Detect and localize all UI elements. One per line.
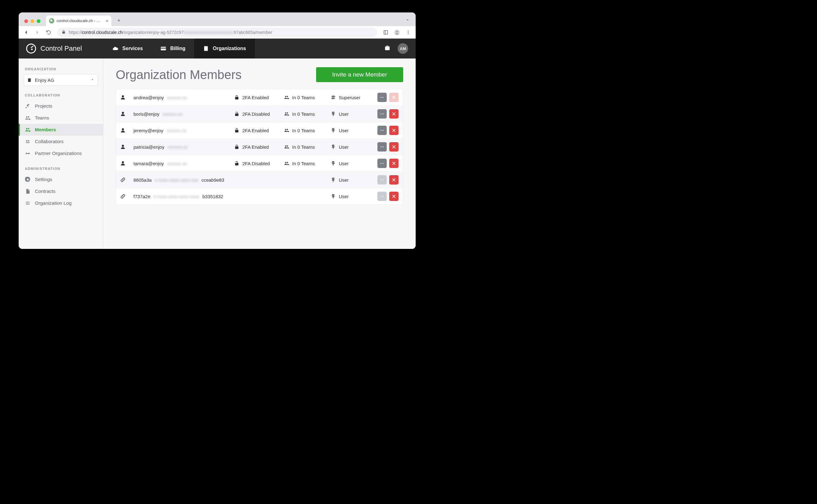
building-icon	[203, 45, 209, 52]
member-role: User	[331, 194, 371, 199]
more-actions-button[interactable]	[377, 142, 387, 152]
dots-icon	[380, 128, 384, 133]
user-icon	[120, 111, 130, 116]
tab-overflow-button[interactable]	[405, 17, 410, 24]
avatar[interactable]: AM	[398, 43, 408, 54]
member-identifier: patricia@enjoyxxxxxx.xx	[133, 144, 231, 150]
url-text: https://control.cloudscale.ch/organizati…	[69, 30, 272, 35]
gauge-icon	[26, 44, 36, 54]
member-row: patricia@enjoyxxxxxx.xx2FA EnabledIn 0 T…	[116, 138, 403, 155]
member-role: User	[331, 128, 371, 133]
sidebar-item-contracts[interactable]: Contracts	[19, 185, 103, 197]
member-row: f737a2ex-xxxx-xxxx-xxxx-xxxxb3351832User	[116, 188, 403, 204]
close-window-icon[interactable]	[24, 19, 28, 23]
document-icon	[25, 189, 30, 194]
remove-member-button[interactable]	[389, 175, 399, 184]
sidebar-item-collaborators[interactable]: Collaborators	[19, 136, 103, 147]
invite-member-button[interactable]: Invite a new Member	[316, 67, 403, 82]
x-icon	[392, 112, 396, 116]
cloud-icon	[112, 45, 119, 52]
more-actions-button	[377, 175, 387, 184]
remove-member-button	[389, 93, 399, 102]
remove-member-button[interactable]	[389, 142, 399, 152]
dollar-icon	[331, 111, 336, 116]
sidebar-item-projects[interactable]: Projects	[19, 100, 103, 112]
remove-member-button[interactable]	[389, 192, 399, 201]
new-tab-button[interactable]: +	[114, 16, 123, 25]
users-icon	[284, 161, 289, 166]
profile-icon[interactable]	[392, 27, 402, 37]
sidebar-item-organization-log[interactable]: Organization Log	[19, 197, 103, 209]
sidebar-item-teams[interactable]: Teams	[19, 112, 103, 124]
sidebar-item-label: Members	[35, 127, 56, 133]
member-identifier: boris@enjoyxxxxxx.xx	[133, 111, 231, 117]
sidebar-item-members[interactable]: Members	[19, 124, 103, 136]
nav-billing-label: Billing	[170, 46, 185, 51]
lock-icon	[62, 30, 66, 35]
nav-billing[interactable]: Billing	[152, 39, 194, 58]
more-actions-button[interactable]	[377, 109, 387, 119]
maximize-window-icon[interactable]	[37, 19, 40, 23]
org-selector-label: Enjoy AG	[35, 77, 54, 83]
remove-member-button[interactable]	[389, 109, 399, 119]
nav-services[interactable]: Services	[104, 39, 152, 58]
member-role: Superuser	[331, 95, 371, 100]
teams-count: In 0 Teams	[284, 95, 328, 100]
svg-rect-0	[384, 30, 388, 34]
browser-menu-icon[interactable]	[403, 27, 413, 37]
dots-icon	[380, 95, 384, 100]
users-icon	[25, 127, 30, 133]
minimize-window-icon[interactable]	[30, 19, 34, 23]
chevron-down-icon	[90, 77, 95, 83]
user-icon	[120, 144, 130, 149]
reload-button[interactable]	[44, 27, 54, 37]
member-role: User	[331, 177, 371, 183]
rocket-icon	[25, 103, 30, 109]
member-row: 8605a3ax-xxxx-xxxx-xxxx-xxxcceab9e83User	[116, 171, 403, 188]
member-identifier: f737a2ex-xxxx-xxxx-xxxx-xxxxb3351832	[133, 194, 231, 199]
member-role: User	[331, 111, 371, 117]
handshake-icon	[25, 139, 30, 144]
browser-window: control.cloudscale.ch - Organi… × + http…	[19, 12, 416, 249]
remove-member-button[interactable]	[389, 159, 399, 168]
svg-point-3	[396, 30, 398, 32]
svg-point-4	[408, 30, 409, 31]
remove-member-button[interactable]	[389, 126, 399, 135]
member-identifier: andrea@enjoyxxxxxx.xx	[133, 95, 231, 100]
dots-icon	[380, 161, 384, 166]
users-icon	[284, 95, 289, 100]
two-fa-status: 2FA Enabled	[234, 144, 281, 150]
close-tab-icon[interactable]: ×	[106, 18, 108, 23]
member-role: User	[331, 161, 371, 166]
more-actions-button[interactable]	[377, 126, 387, 135]
back-button[interactable]	[21, 27, 31, 37]
address-bar[interactable]: https://control.cloudscale.ch/organizati…	[57, 28, 377, 37]
handshake-icon	[25, 151, 30, 156]
more-actions-button	[377, 192, 387, 201]
sidebar-item-partner-organizations[interactable]: Partner Organizations	[19, 147, 103, 159]
org-selector[interactable]: Enjoy AG	[24, 74, 98, 86]
link-icon	[120, 177, 130, 182]
lock-icon	[234, 128, 239, 133]
briefcase-icon[interactable]	[384, 44, 391, 53]
x-icon	[392, 194, 396, 198]
link-icon	[120, 194, 130, 199]
users-icon	[284, 111, 289, 116]
more-actions-button[interactable]	[377, 93, 387, 102]
sidebar-item-settings[interactable]: Settings	[19, 174, 103, 185]
dots-icon	[380, 178, 384, 182]
two-fa-status: 2FA Enabled	[234, 128, 281, 133]
x-icon	[392, 95, 396, 100]
more-actions-button[interactable]	[377, 159, 387, 168]
member-actions	[374, 126, 399, 135]
users-icon	[284, 144, 289, 149]
nav-organizations[interactable]: Organizations	[194, 39, 255, 58]
window-controls[interactable]	[22, 19, 42, 26]
install-app-icon[interactable]	[381, 27, 391, 37]
forward-button[interactable]	[32, 27, 42, 37]
browser-toolbar: https://control.cloudscale.ch/organizati…	[19, 26, 416, 39]
dollar-icon	[331, 128, 336, 133]
browser-tab[interactable]: control.cloudscale.ch - Organi… ×	[46, 16, 111, 26]
brand[interactable]: Control Panel	[26, 44, 82, 54]
member-row: boris@enjoyxxxxxx.xx2FA DisabledIn 0 Tea…	[116, 105, 403, 122]
